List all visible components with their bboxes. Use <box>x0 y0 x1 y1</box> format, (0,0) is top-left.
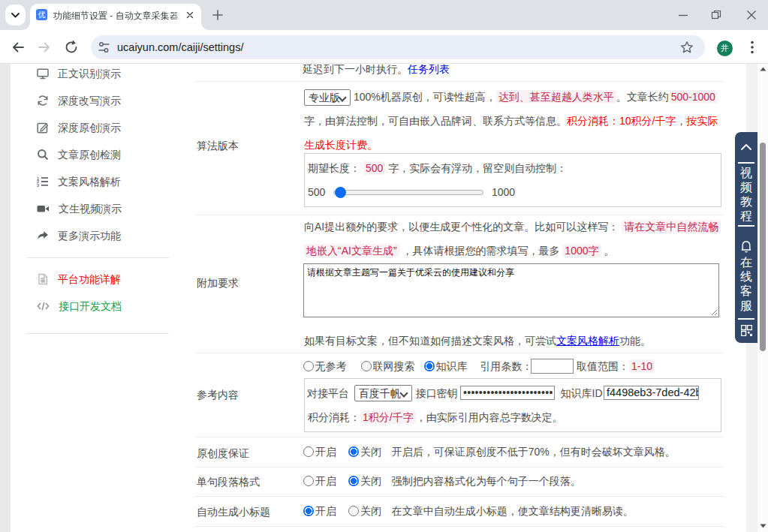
svg-text:3: 3 <box>37 183 39 188</box>
